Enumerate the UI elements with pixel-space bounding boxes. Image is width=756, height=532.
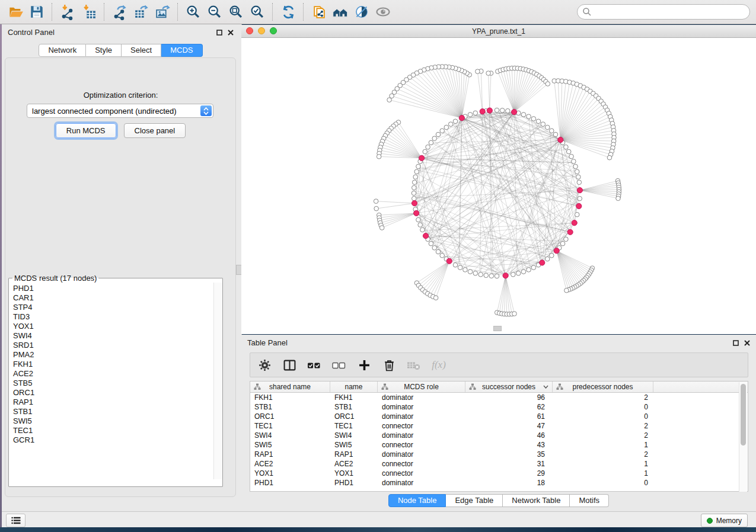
add-column-icon[interactable] [356, 356, 372, 374]
mcds-hub-node[interactable] [459, 116, 464, 121]
column-header-name[interactable]: name [330, 382, 378, 392]
table-cell[interactable]: SWI4 [250, 431, 330, 440]
open-folder-icon[interactable] [5, 2, 26, 22]
vizmapper-icon[interactable] [351, 2, 372, 22]
table-cell[interactable]: dominator [378, 479, 465, 487]
mcds-hub-node[interactable] [540, 260, 545, 265]
table-cell[interactable]: dominator [378, 450, 465, 459]
mcds-result-item[interactable]: ACE2 [13, 369, 214, 379]
refresh-layout-icon[interactable] [277, 2, 299, 22]
mcds-result-item[interactable]: TEC1 [13, 426, 214, 435]
mcds-result-item[interactable]: SWI4 [13, 331, 214, 341]
task-history-button[interactable] [6, 514, 25, 527]
table-cell[interactable]: STB1 [250, 403, 330, 411]
table-cell[interactable]: dominator [378, 403, 465, 411]
show-hide-icon[interactable] [372, 2, 394, 22]
table-cell[interactable]: 29 [465, 469, 553, 477]
table-cell[interactable]: ACE2 [330, 460, 378, 468]
table-row[interactable]: ACE2ACE2connector311 [250, 459, 748, 469]
mcds-hub-node[interactable] [423, 233, 428, 239]
zoom-selected-icon[interactable] [247, 2, 268, 22]
table-row[interactable]: ORC1ORC1dominator610 [250, 412, 748, 421]
mcds-hub-node[interactable] [487, 108, 492, 113]
mcds-result-item[interactable]: STB5 [13, 379, 214, 388]
deselect-all-rows-icon[interactable] [331, 356, 347, 374]
table-cell[interactable]: 1 [553, 441, 653, 449]
mcds-result-item[interactable]: TID3 [13, 312, 214, 322]
mcds-hub-node[interactable] [512, 109, 517, 114]
table-cell[interactable]: ORC1 [330, 412, 378, 421]
mcds-result-item[interactable]: RAP1 [13, 398, 214, 407]
mcds-hub-node[interactable] [577, 188, 582, 193]
mcds-hub-node[interactable] [412, 200, 417, 206]
table-cell[interactable]: 43 [465, 441, 553, 449]
tab-select[interactable]: Select [122, 44, 161, 57]
table-cell[interactable]: 62 [465, 403, 553, 411]
mcds-hub-node[interactable] [480, 109, 485, 114]
table-cell[interactable]: 61 [465, 412, 553, 421]
mcds-hub-node[interactable] [414, 210, 419, 216]
table-cell[interactable]: PHD1 [250, 479, 330, 487]
network-canvas[interactable] [241, 38, 756, 334]
table-cell[interactable]: RAP1 [330, 450, 378, 459]
table-cell[interactable]: SWI5 [330, 441, 378, 449]
table-row[interactable]: TEC1TEC1connector472 [250, 421, 748, 431]
table-cell[interactable]: YOX1 [330, 469, 378, 477]
save-icon[interactable] [26, 2, 47, 22]
mcds-result-item[interactable]: STB1 [13, 407, 214, 416]
table-cell[interactable]: 96 [465, 393, 553, 402]
mcds-hub-node[interactable] [446, 258, 452, 264]
table-row[interactable]: YOX1YOX1connector291 [250, 469, 748, 478]
mcds-result-item[interactable]: ORC1 [13, 388, 214, 398]
import-network-icon[interactable] [57, 2, 78, 22]
table-cell[interactable]: FKH1 [250, 393, 330, 402]
table-cell[interactable]: TEC1 [330, 422, 378, 430]
table-row[interactable]: SWI4SWI4dominator462 [250, 431, 748, 440]
table-scrollbar-thumb[interactable] [741, 384, 746, 446]
select-all-rows-icon[interactable] [306, 356, 323, 374]
table-cell[interactable]: ORC1 [250, 412, 330, 421]
table-cell[interactable]: 2 [553, 431, 653, 440]
search-input[interactable] [592, 5, 749, 18]
table-row[interactable]: STB1STB1dominator620 [250, 402, 748, 412]
tab-edge-table[interactable]: Edge Table [446, 494, 503, 507]
optimization-criterion-select[interactable]: largest connected component (undirected) [27, 104, 213, 118]
table-scrollbar[interactable] [739, 382, 747, 492]
mcds-result-item[interactable]: PHD1 [13, 284, 214, 293]
zoom-in-icon[interactable] [183, 2, 204, 22]
float-window-icon[interactable] [733, 340, 739, 346]
show-columns-icon[interactable] [281, 356, 298, 374]
table-cell[interactable]: connector [378, 422, 465, 430]
delete-column-icon[interactable] [381, 356, 397, 374]
mcds-hub-node[interactable] [558, 137, 563, 142]
mcds-result-item[interactable]: SWI5 [13, 416, 214, 426]
minimize-window-icon[interactable] [258, 27, 265, 34]
close-panel-icon[interactable] [228, 30, 234, 36]
table-cell[interactable]: 0 [553, 412, 653, 421]
table-cell[interactable]: 2 [553, 422, 653, 430]
zoom-window-icon[interactable] [270, 27, 277, 34]
table-cell[interactable]: connector [378, 469, 465, 477]
table-cell[interactable]: FKH1 [330, 393, 378, 402]
memory-button[interactable]: Memory [701, 514, 748, 527]
column-header-predecessor-nodes[interactable]: predecessor nodes [553, 382, 653, 392]
column-header-successor-nodes[interactable]: successor nodes [465, 382, 553, 392]
table-cell[interactable]: 2 [553, 450, 653, 459]
clone-network-icon[interactable] [308, 2, 330, 22]
column-header-mcds-role[interactable]: MCDS role [378, 382, 465, 392]
mcds-list-scrollbar[interactable] [213, 283, 222, 479]
table-cell[interactable]: 1 [553, 460, 653, 468]
table-cell[interactable]: 0 [553, 403, 653, 411]
tab-node-table[interactable]: Node Table [388, 494, 446, 507]
float-window-icon[interactable] [216, 30, 222, 36]
zoom-out-icon[interactable] [204, 2, 225, 22]
run-mcds-button[interactable]: Run MCDS [56, 123, 116, 138]
horizontal-splitter-grip[interactable] [493, 326, 502, 331]
table-settings-gear-icon[interactable] [256, 356, 273, 374]
table-cell[interactable]: YOX1 [250, 469, 330, 477]
mcds-result-item[interactable]: CAR1 [13, 293, 214, 303]
table-cell[interactable]: ACE2 [250, 460, 330, 468]
import-table-icon[interactable] [78, 2, 100, 22]
table-cell[interactable]: connector [378, 460, 465, 468]
table-cell[interactable]: dominator [378, 412, 465, 421]
